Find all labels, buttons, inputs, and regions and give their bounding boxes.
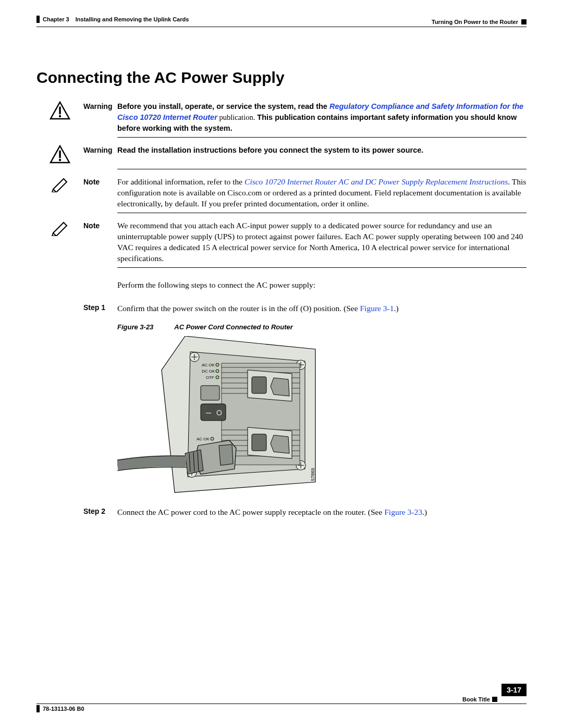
- header-left: Chapter 3 Installing and Removing the Up…: [36, 16, 189, 23]
- note-label: Note: [83, 177, 117, 209]
- figure-caption: Figure 3-23AC Power Cord Connected to Ro…: [117, 323, 527, 331]
- warning-icon: [50, 145, 70, 164]
- link-figure-3-1[interactable]: Figure 3-1: [360, 304, 394, 313]
- warning-block-1: Warning Before you install, operate, or …: [36, 101, 527, 134]
- step-1-text: Confirm that the power switch on the rou…: [117, 303, 527, 314]
- note-pencil-icon: [51, 177, 69, 192]
- note-pencil-icon: [51, 220, 69, 236]
- warning-1-text: Before you install, operate, or service …: [117, 101, 527, 134]
- label-dcok: DC OK: [202, 369, 215, 374]
- warning-2-text: Read the installation instructions befor…: [117, 145, 527, 166]
- note-block-1: Note For additional information, refer t…: [36, 177, 527, 209]
- page-title: Connecting the AC Power Supply: [36, 69, 527, 87]
- note-label: Note: [83, 220, 117, 264]
- step-2-label: Step 2: [83, 507, 105, 515]
- figure-3-23: AC OK DC OK OTF –: [117, 336, 527, 498]
- svg-point-8: [216, 376, 219, 379]
- header-right: Turning On Power to the Router: [432, 19, 527, 25]
- warning-block-2: Warning Read the installation instructio…: [36, 145, 527, 166]
- page-header: Chapter 3 Installing and Removing the Up…: [36, 16, 527, 27]
- warning-icon: [50, 101, 70, 120]
- warning-label: Warning: [83, 101, 117, 134]
- label-acok2: AC OK: [197, 437, 210, 441]
- note-1-text: For additional information, refer to the…: [117, 177, 527, 209]
- label-acok: AC OK: [202, 363, 215, 367]
- warning-label: Warning: [83, 145, 117, 166]
- footer-square-icon: [492, 697, 497, 702]
- page-number: 3-17: [501, 684, 527, 696]
- note-2-text: We recommend that you attach each AC-inp…: [117, 220, 527, 264]
- step-1: Step 1 Confirm that the power switch on …: [36, 303, 527, 314]
- link-replacement-instructions[interactable]: Cisco 10720 Internet Router AC and DC Po…: [244, 177, 508, 186]
- switch-on: –: [206, 407, 211, 417]
- note-block-2: Note We recommend that you attach each A…: [36, 220, 527, 264]
- intro-text: Perform the following steps to connect t…: [117, 280, 527, 290]
- svg-point-0: [59, 115, 61, 117]
- svg-point-6: [216, 363, 219, 366]
- svg-point-1: [59, 159, 61, 161]
- header-square-icon: [521, 19, 527, 24]
- svg-rect-22: [252, 377, 266, 393]
- svg-rect-23: [252, 434, 266, 451]
- section-title: Turning On Power to the Router: [432, 19, 518, 25]
- chapter-label: Chapter 3: [43, 16, 69, 22]
- header-bar-icon: [36, 16, 40, 23]
- footer-doc-id: 78-13113-06 B0: [43, 706, 84, 712]
- page-footer: Book Title 3-17 78-13113-06 B0: [36, 694, 527, 712]
- step-1-label: Step 1: [83, 303, 105, 312]
- chapter-title: Installing and Removing the Uplink Cards: [76, 16, 189, 22]
- step-2: Step 2 Connect the AC power cord to the …: [36, 507, 527, 518]
- svg-point-26: [211, 437, 214, 440]
- footer-book-title: Book Title: [462, 696, 490, 702]
- step-2-text: Connect the AC power cord to the AC powe…: [117, 507, 527, 518]
- svg-rect-25: [201, 386, 219, 400]
- link-figure-3-23[interactable]: Figure 3-23: [384, 508, 422, 516]
- switch-off: O: [216, 409, 222, 417]
- figure-id: 57869: [310, 468, 315, 481]
- label-otf: OTF: [206, 375, 214, 380]
- footer-bar-icon: [36, 705, 40, 712]
- svg-point-7: [216, 369, 219, 373]
